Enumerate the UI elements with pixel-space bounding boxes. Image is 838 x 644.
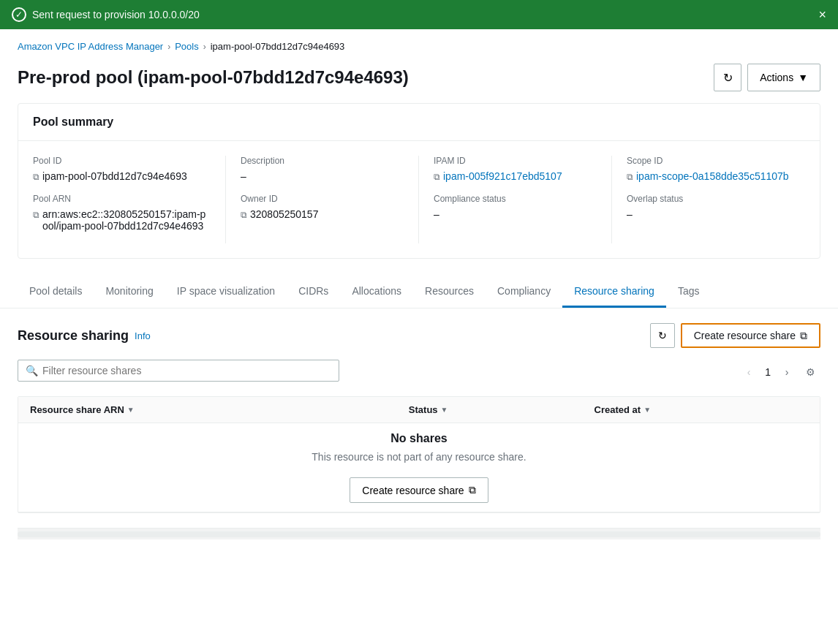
copy-ipam-id-icon[interactable]: ⧉ <box>434 172 440 182</box>
breadcrumb-current: ipam-pool-07bdd12d7c94e4693 <box>211 41 345 52</box>
actions-button[interactable]: Actions ▼ <box>747 64 820 91</box>
scope-id-label: Scope ID <box>627 156 790 166</box>
breadcrumb-link-vpc[interactable]: Amazon VPC IP Address Manager <box>18 41 163 52</box>
compliance-status-label: Compliance status <box>434 194 597 204</box>
field-scope-id: Scope ID ⧉ ipam-scope-0a158dde35c51107b <box>627 156 790 182</box>
tab-compliancy[interactable]: Compliancy <box>486 276 562 308</box>
arn-sort-icon: ▼ <box>127 406 135 414</box>
pool-id-text: ipam-pool-07bdd12d7c94e4693 <box>42 170 187 182</box>
breadcrumb: Amazon VPC IP Address Manager › Pools › … <box>0 29 838 58</box>
copy-owner-id-icon[interactable]: ⧉ <box>241 210 247 220</box>
breadcrumb-link-pools[interactable]: Pools <box>175 41 199 52</box>
search-input[interactable] <box>42 365 331 376</box>
ipam-id-value: ⧉ ipam-005f921c17ebd5107 <box>434 170 597 182</box>
scroll-track <box>18 531 820 537</box>
description-value: – <box>241 170 404 182</box>
card-section-4: Scope ID ⧉ ipam-scope-0a158dde35c51107b … <box>612 156 805 243</box>
tab-resource-sharing[interactable]: Resource sharing <box>562 276 666 308</box>
overlap-status-label: Overlap status <box>627 194 790 204</box>
header-actions: ↻ Actions ▼ <box>714 64 820 91</box>
field-ipam-id: IPAM ID ⧉ ipam-005f921c17ebd5107 <box>434 156 597 182</box>
section-title: Resource sharing <box>18 328 129 344</box>
breadcrumb-sep-1: › <box>167 42 170 52</box>
owner-id-value: ⧉ 320805250157 <box>241 208 404 220</box>
th-created-at: Created at ▼ <box>583 397 820 423</box>
table-head: Resource share ARN ▼ Status ▼ <box>18 397 820 423</box>
page-number: 1 <box>762 366 774 378</box>
status-col-sort[interactable]: Status ▼ <box>409 404 448 415</box>
field-compliance-status: Compliance status – <box>434 194 597 220</box>
ipam-id-link[interactable]: ipam-005f921c17ebd5107 <box>443 170 562 182</box>
pool-id-value: ⧉ ipam-pool-07bdd12d7c94e4693 <box>33 170 211 182</box>
arn-col-sort[interactable]: Resource share ARN ▼ <box>30 404 135 415</box>
refresh-button[interactable]: ↻ <box>714 64 741 91</box>
scope-id-link[interactable]: ipam-scope-0a158dde35c51107b <box>636 170 789 182</box>
card-section-1: Pool ID ⧉ ipam-pool-07bdd12d7c94e4693 Po… <box>33 156 226 243</box>
resource-sharing-section: Resource sharing Info ↻ Create resource … <box>18 323 820 513</box>
next-page-button[interactable]: › <box>777 362 797 382</box>
check-icon: ✓ <box>12 7 26 22</box>
page-title: Pre-prod pool (ipam-pool-07bdd12d7c94e46… <box>18 67 409 88</box>
th-status: Status ▼ <box>397 397 583 423</box>
section-refresh-button[interactable]: ↻ <box>650 323 675 348</box>
section-header: Resource sharing Info ↻ Create resource … <box>18 323 820 348</box>
compliance-status-text: – <box>434 208 439 220</box>
description-label: Description <box>241 156 404 166</box>
banner-message-area: ✓ Sent request to provision 10.0.0.0/20 <box>12 7 200 22</box>
created-col-sort[interactable]: Created at ▼ <box>594 404 651 415</box>
overlap-status-value: – <box>627 208 790 220</box>
section-actions: ↻ Create resource share ⧉ <box>650 323 820 348</box>
tab-cidrs[interactable]: CIDRs <box>287 276 340 308</box>
prev-page-button[interactable]: ‹ <box>739 362 759 382</box>
tab-ip-space[interactable]: IP space visualization <box>165 276 287 308</box>
empty-desc: This resource is not part of any resourc… <box>30 451 808 463</box>
pool-arn-value: ⧉ arn:aws:ec2::320805250157:ipam-pool/ip… <box>33 208 211 232</box>
tab-resources[interactable]: Resources <box>413 276 486 308</box>
card-section-2: Description – Owner ID ⧉ 320805250157 <box>226 156 419 243</box>
horizontal-scrollbar[interactable] <box>18 528 820 539</box>
search-icon: 🔍 <box>26 365 38 376</box>
card-section-3: IPAM ID ⧉ ipam-005f921c17ebd5107 Complia… <box>419 156 612 243</box>
tab-allocations[interactable]: Allocations <box>340 276 413 308</box>
section-title-area: Resource sharing Info <box>18 328 151 344</box>
banner-message: Sent request to provision 10.0.0.0/20 <box>32 9 200 20</box>
pagination-area: ‹ 1 › ⚙ <box>739 362 820 382</box>
card-body: Pool ID ⧉ ipam-pool-07bdd12d7c94e4693 Po… <box>18 141 820 258</box>
field-pool-id: Pool ID ⧉ ipam-pool-07bdd12d7c94e4693 <box>33 156 211 182</box>
th-arn: Resource share ARN ▼ <box>18 397 397 423</box>
tab-pool-details[interactable]: Pool details <box>18 276 94 308</box>
copy-scope-id-icon[interactable]: ⧉ <box>627 172 633 182</box>
pool-arn-label: Pool ARN <box>33 194 211 204</box>
tabs: Pool details Monitoring IP space visuali… <box>18 276 820 308</box>
search-pagination-row: 🔍 ‹ 1 › ⚙ <box>18 360 820 390</box>
owner-id-label: Owner ID <box>241 194 404 204</box>
create-resource-share-empty-button[interactable]: Create resource share ⧉ <box>350 477 488 503</box>
actions-label: Actions <box>760 72 793 83</box>
created-sort-icon: ▼ <box>643 406 651 414</box>
card-header: Pool summary <box>18 104 820 141</box>
tabs-container: Pool details Monitoring IP space visuali… <box>0 276 838 308</box>
pool-id-label: Pool ID <box>33 156 211 166</box>
ipam-id-label: IPAM ID <box>434 156 597 166</box>
empty-create-icon: ⧉ <box>469 484 476 496</box>
field-overlap-status: Overlap status – <box>627 194 790 220</box>
create-resource-share-button[interactable]: Create resource share ⧉ <box>681 323 820 348</box>
resource-shares-table: Resource share ARN ▼ Status ▼ <box>18 397 820 512</box>
info-link[interactable]: Info <box>135 330 151 341</box>
copy-pool-id-icon[interactable]: ⧉ <box>33 172 39 182</box>
create-share-label: Create resource share <box>694 330 796 341</box>
search-bar[interactable]: 🔍 <box>18 360 339 382</box>
table-settings-button[interactable]: ⚙ <box>800 362 820 382</box>
table-empty-cell: No shares This resource is not part of a… <box>18 423 820 512</box>
success-banner: ✓ Sent request to provision 10.0.0.0/20 … <box>0 0 838 29</box>
tab-tags[interactable]: Tags <box>666 276 711 308</box>
pool-arn-text: arn:aws:ec2::320805250157:ipam-pool/ipam… <box>42 208 211 232</box>
banner-close-button[interactable]: × <box>818 7 826 23</box>
table-container: Resource share ARN ▼ Status ▼ <box>18 396 820 513</box>
table-body: No shares This resource is not part of a… <box>18 423 820 512</box>
tab-monitoring[interactable]: Monitoring <box>94 276 165 308</box>
table-empty-row: No shares This resource is not part of a… <box>18 423 820 512</box>
actions-arrow: ▼ <box>798 72 808 83</box>
copy-pool-arn-icon[interactable]: ⧉ <box>33 210 39 220</box>
table-header-row: Resource share ARN ▼ Status ▼ <box>18 397 820 423</box>
